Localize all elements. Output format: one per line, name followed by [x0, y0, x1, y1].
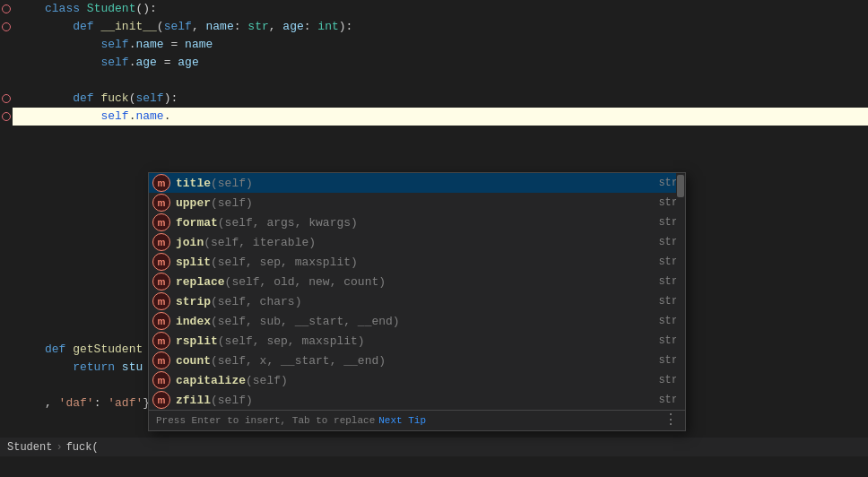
ac-item-type-1: str [651, 196, 678, 209]
breakpoint-col-2 [0, 18, 13, 36]
code-line-4: self.age = age [0, 54, 868, 72]
ac-item-icon-3: m [152, 233, 170, 251]
code-line-content-8[interactable] [39, 126, 868, 143]
ac-item-type-11: str [651, 394, 678, 406]
breakpoint-dot-6 [2, 94, 11, 103]
autocomplete-scrollthumb [677, 175, 684, 197]
ac-item-type-0: str [651, 177, 678, 189]
autocomplete-item-0[interactable]: m title(self) str [149, 173, 685, 193]
breakpoint-col-8 [0, 126, 13, 143]
autocomplete-item-9[interactable]: m count(self, x, __start, __end) str [149, 351, 685, 370]
autocomplete-item-2[interactable]: m format(self, args, kwargs) str [149, 212, 685, 232]
breadcrumb-method: fuck( [66, 441, 99, 454]
autocomplete-item-7[interactable]: m index(self, sub, __start, __end) str [149, 311, 685, 331]
ac-item-label-11: zfill(self) [176, 394, 651, 407]
ac-item-type-4: str [651, 256, 678, 268]
autocomplete-dropdown: m title(self) str m upper(self) str m fo… [148, 172, 686, 431]
ac-item-label-1: upper(self) [176, 196, 651, 210]
breakpoint-col-l3 [0, 377, 13, 395]
code-line-8 [0, 126, 868, 143]
ac-item-type-8: str [651, 334, 678, 347]
ac-item-icon-9: m [152, 351, 170, 369]
ac-item-label-7: index(self, sub, __start, __end) [176, 315, 651, 328]
ac-item-icon-4: m [152, 253, 170, 271]
ac-item-type-7: str [651, 315, 678, 327]
ac-item-label-6: strip(self, chars) [176, 295, 651, 308]
breakpoint-col-1 [0, 0, 13, 18]
ac-item-type-3: str [651, 236, 678, 248]
ac-item-label-3: join(self, iterable) [176, 236, 651, 249]
line-number-1 [13, 0, 39, 18]
ac-item-label-5: replace(self, old, new, count) [176, 275, 651, 289]
ac-item-label-2: format(self, args, kwargs) [176, 216, 651, 230]
ac-item-icon-1: m [152, 194, 170, 212]
line-number-8 [13, 126, 39, 143]
breakpoint-col-l4 [0, 395, 13, 412]
code-line-6: def fuck(self): [0, 90, 868, 108]
breadcrumb-class: Student [7, 441, 52, 454]
autocomplete-item-10[interactable]: m capitalize(self) str [149, 370, 685, 390]
code-line-content-5[interactable] [39, 72, 868, 90]
autocomplete-scrollbar[interactable] [676, 173, 685, 410]
breakpoint-col-5 [0, 72, 13, 90]
code-line-content-3[interactable]: self.name = name [39, 36, 868, 54]
breakpoint-dot-7 [2, 112, 11, 121]
code-line-5 [0, 72, 868, 90]
breadcrumb-sep: › [56, 441, 62, 454]
code-line-content-2[interactable]: def __init__(self, name: str, age: int): [39, 18, 868, 36]
line-number-l2 [13, 359, 39, 377]
autocomplete-item-6[interactable]: m strip(self, chars) str [149, 291, 685, 311]
code-line-content-7[interactable]: self.name. [39, 108, 868, 126]
autocomplete-item-3[interactable]: m join(self, iterable) str [149, 232, 685, 252]
breakpoint-col-7 [0, 108, 13, 126]
ac-item-icon-6: m [152, 292, 170, 310]
line-number-3 [13, 36, 39, 54]
line-number-l4 [13, 395, 39, 412]
ac-item-label-8: rsplit(self, sep, maxsplit) [176, 334, 651, 348]
ac-item-icon-11: m [152, 391, 170, 409]
ac-item-label-4: split(self, sep, maxsplit) [176, 256, 651, 269]
line-number-l1 [13, 341, 39, 359]
autocomplete-item-11[interactable]: m zfill(self) str [149, 390, 685, 410]
breakpoint-col-3 [0, 36, 13, 54]
code-line-content-4[interactable]: self.age = age [39, 54, 868, 72]
breadcrumb-bar: Student › fuck( [0, 438, 868, 457]
line-number-5 [13, 72, 39, 90]
line-number-6 [13, 90, 39, 108]
ac-item-type-10: str [651, 374, 678, 386]
breakpoint-dot-1 [2, 4, 11, 13]
code-line-content-1[interactable]: class Student(): [39, 0, 868, 18]
autocomplete-footer: Press Enter to insert, Tab to replace Ne… [149, 410, 685, 430]
editor-container: class Student(): def __init__(self, name… [0, 0, 868, 477]
autocomplete-item-1[interactable]: m upper(self) str [149, 193, 685, 212]
ac-item-icon-7: m [152, 312, 170, 330]
ac-item-icon-0: m [152, 174, 170, 192]
ac-item-icon-5: m [152, 273, 170, 291]
code-line-3: self.name = name [0, 36, 868, 54]
ac-item-icon-2: m [152, 213, 170, 231]
autocomplete-dots-menu[interactable]: ⋮ [664, 413, 678, 428]
autocomplete-item-8[interactable]: m rsplit(self, sep, maxsplit) str [149, 331, 685, 351]
autocomplete-next-tip[interactable]: Next Tip [378, 415, 426, 426]
breakpoint-col-6 [0, 90, 13, 108]
autocomplete-item-4[interactable]: m split(self, sep, maxsplit) str [149, 252, 685, 272]
code-line-content-6[interactable]: def fuck(self): [39, 90, 868, 108]
ac-item-label-9: count(self, x, __start, __end) [176, 354, 651, 368]
ac-item-type-5: str [651, 275, 678, 288]
ac-item-label-0: title(self) [176, 177, 651, 190]
ac-item-icon-10: m [152, 371, 170, 389]
code-line-2: def __init__(self, name: str, age: int): [0, 18, 868, 36]
line-number-2 [13, 18, 39, 36]
code-line-7: self.name. [0, 108, 868, 126]
breakpoint-dot-2 [2, 22, 11, 31]
breakpoint-col-l1 [0, 341, 13, 359]
ac-item-icon-8: m [152, 332, 170, 350]
line-number-l3 [13, 377, 39, 395]
ac-item-type-9: str [651, 354, 678, 367]
code-line-1: class Student(): [0, 0, 868, 18]
ac-item-label-10: capitalize(self) [176, 374, 651, 387]
autocomplete-items-area: m title(self) str m upper(self) str m fo… [149, 173, 685, 410]
autocomplete-item-5[interactable]: m replace(self, old, new, count) str [149, 272, 685, 291]
line-number-7 [13, 108, 39, 126]
line-number-4 [13, 54, 39, 72]
